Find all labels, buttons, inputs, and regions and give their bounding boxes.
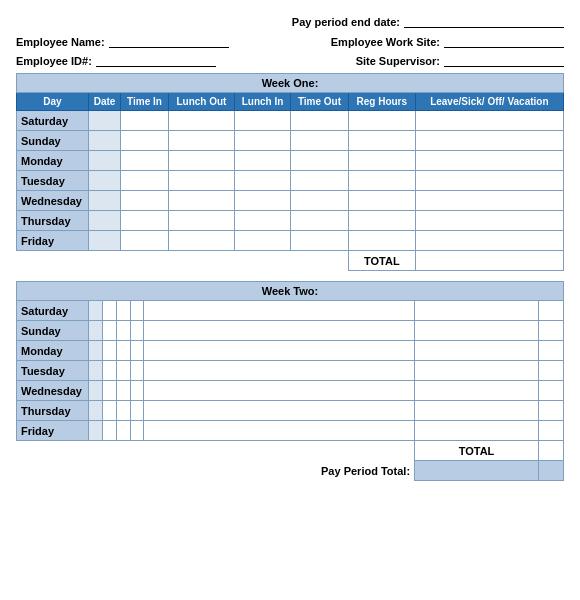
week-one-total-leave[interactable] [415,251,563,271]
leave-friday-w2[interactable] [538,421,563,441]
leave-thursday-w1[interactable] [415,211,563,231]
lunchout-tuesday-w1[interactable] [168,171,234,191]
pay-period-input[interactable] [404,14,564,28]
timeout-friday-w2[interactable] [144,421,415,441]
lunchin-thursday-w1[interactable] [234,211,290,231]
worksite-input[interactable] [444,34,564,48]
timeout-thursday-w1[interactable] [291,211,349,231]
date-wednesday-w2[interactable] [89,381,103,401]
leave-monday-w2[interactable] [538,341,563,361]
timeout-saturday-w2[interactable] [144,301,415,321]
date-monday-w1[interactable] [89,151,121,171]
timeout-thursday-w2[interactable] [144,401,415,421]
timeout-monday-w2[interactable] [144,341,415,361]
timeout-wednesday-w1[interactable] [291,191,349,211]
date-monday-w2[interactable] [89,341,103,361]
timein-wednesday-w2[interactable] [102,381,116,401]
date-friday-w1[interactable] [89,231,121,251]
lunchin-monday-w2[interactable] [130,341,144,361]
lunchin-sunday-w1[interactable] [234,131,290,151]
timein-sunday-w2[interactable] [102,321,116,341]
lunchin-friday-w2[interactable] [130,421,144,441]
lunchin-saturday-w1[interactable] [234,111,290,131]
timeout-wednesday-w2[interactable] [144,381,415,401]
timeout-monday-w1[interactable] [291,151,349,171]
lunchout-saturday-w1[interactable] [168,111,234,131]
timein-friday-w2[interactable] [102,421,116,441]
timein-tuesday-w2[interactable] [102,361,116,381]
lunchout-wednesday-w2[interactable] [116,381,130,401]
reghours-saturday-w2[interactable] [415,301,539,321]
timein-friday-w1[interactable] [121,231,169,251]
timein-thursday-w2[interactable] [102,401,116,421]
timeout-sunday-w1[interactable] [291,131,349,151]
lunchin-wednesday-w1[interactable] [234,191,290,211]
lunchin-sunday-w2[interactable] [130,321,144,341]
lunchin-monday-w1[interactable] [234,151,290,171]
lunchin-wednesday-w2[interactable] [130,381,144,401]
lunchout-friday-w2[interactable] [116,421,130,441]
lunchin-tuesday-w1[interactable] [234,171,290,191]
reghours-wednesday-w1[interactable] [348,191,415,211]
lunchin-saturday-w2[interactable] [130,301,144,321]
date-thursday-w2[interactable] [89,401,103,421]
lunchout-tuesday-w2[interactable] [116,361,130,381]
lunchout-sunday-w2[interactable] [116,321,130,341]
lunchout-sunday-w1[interactable] [168,131,234,151]
lunchin-friday-w1[interactable] [234,231,290,251]
leave-sunday-w2[interactable] [538,321,563,341]
lunchin-thursday-w2[interactable] [130,401,144,421]
lunchout-monday-w1[interactable] [168,151,234,171]
timein-saturday-w2[interactable] [102,301,116,321]
lunchout-friday-w1[interactable] [168,231,234,251]
timein-saturday-w1[interactable] [121,111,169,131]
timein-monday-w2[interactable] [102,341,116,361]
employee-name-input[interactable] [109,34,229,48]
lunchout-wednesday-w1[interactable] [168,191,234,211]
reghours-thursday-w1[interactable] [348,211,415,231]
timein-thursday-w1[interactable] [121,211,169,231]
date-friday-w2[interactable] [89,421,103,441]
pay-period-total-reg[interactable] [415,461,539,481]
lunchin-tuesday-w2[interactable] [130,361,144,381]
lunchout-thursday-w1[interactable] [168,211,234,231]
reghours-friday-w1[interactable] [348,231,415,251]
leave-monday-w1[interactable] [415,151,563,171]
lunchout-saturday-w2[interactable] [116,301,130,321]
date-sunday-w2[interactable] [89,321,103,341]
reghours-sunday-w2[interactable] [415,321,539,341]
lunchout-thursday-w2[interactable] [116,401,130,421]
employee-id-input[interactable] [96,53,216,67]
leave-saturday-w1[interactable] [415,111,563,131]
leave-sunday-w1[interactable] [415,131,563,151]
supervisor-input[interactable] [444,53,564,67]
lunchout-monday-w2[interactable] [116,341,130,361]
reghours-monday-w2[interactable] [415,341,539,361]
reghours-saturday-w1[interactable] [348,111,415,131]
leave-tuesday-w2[interactable] [538,361,563,381]
reghours-wednesday-w2[interactable] [415,381,539,401]
date-thursday-w1[interactable] [89,211,121,231]
date-sunday-w1[interactable] [89,131,121,151]
timeout-saturday-w1[interactable] [291,111,349,131]
timein-sunday-w1[interactable] [121,131,169,151]
timein-monday-w1[interactable] [121,151,169,171]
timein-wednesday-w1[interactable] [121,191,169,211]
date-wednesday-w1[interactable] [89,191,121,211]
date-saturday-w2[interactable] [89,301,103,321]
leave-thursday-w2[interactable] [538,401,563,421]
leave-wednesday-w2[interactable] [538,381,563,401]
timeout-friday-w1[interactable] [291,231,349,251]
leave-tuesday-w1[interactable] [415,171,563,191]
week-two-total-leave[interactable] [538,441,563,461]
reghours-thursday-w2[interactable] [415,401,539,421]
leave-wednesday-w1[interactable] [415,191,563,211]
timein-tuesday-w1[interactable] [121,171,169,191]
reghours-tuesday-w1[interactable] [348,171,415,191]
timeout-tuesday-w1[interactable] [291,171,349,191]
date-tuesday-w2[interactable] [89,361,103,381]
leave-friday-w1[interactable] [415,231,563,251]
reghours-monday-w1[interactable] [348,151,415,171]
date-tuesday-w1[interactable] [89,171,121,191]
leave-saturday-w2[interactable] [538,301,563,321]
